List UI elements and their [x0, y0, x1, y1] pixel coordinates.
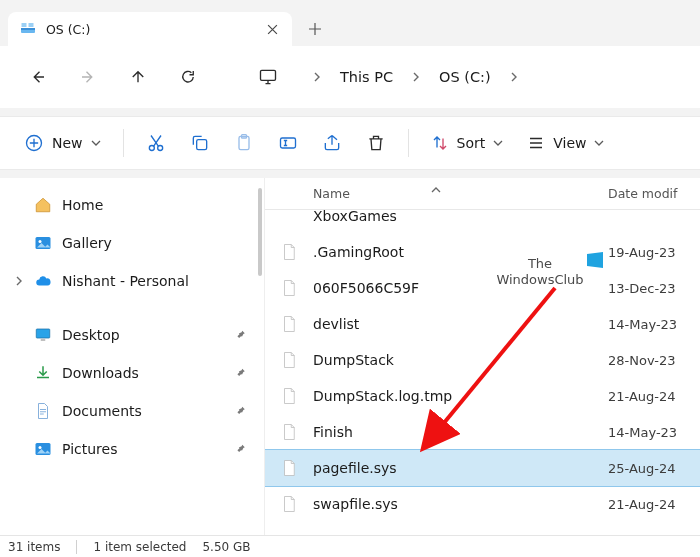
breadcrumb-os-c[interactable]: OS (C:)	[433, 65, 497, 89]
sidebar-item-label: Nishant - Personal	[62, 273, 189, 289]
sidebar-item-label: Home	[62, 197, 103, 213]
chevron-down-icon	[594, 138, 604, 148]
forward-button[interactable]	[68, 57, 108, 97]
sidebar-item-label: Pictures	[62, 441, 117, 457]
file-row[interactable]: XboxGames15-Sep-23	[265, 198, 700, 234]
main-content: Home Gallery Nishant - Personal Desktop	[0, 178, 700, 535]
sidebar-item-label: Downloads	[62, 365, 139, 381]
file-row[interactable]: DumpStack.log.tmp21-Aug-24	[265, 378, 700, 414]
column-date[interactable]: Date modif	[608, 186, 700, 201]
sort-label: Sort	[457, 135, 486, 151]
paste-button[interactable]	[224, 123, 264, 163]
windows-logo-icon	[587, 252, 603, 268]
drive-icon	[20, 21, 36, 37]
tab-os-c[interactable]: OS (C:)	[8, 12, 292, 46]
sidebar-item-downloads[interactable]: Downloads	[8, 354, 258, 392]
view-button[interactable]: View	[517, 123, 614, 163]
file-date: 21-Aug-24	[608, 389, 700, 404]
file-name: DumpStack.log.tmp	[313, 388, 608, 404]
file-date: 14-May-23	[608, 317, 700, 332]
view-label: View	[553, 135, 586, 151]
pin-icon[interactable]	[236, 367, 248, 379]
file-list-pane: Name Date modif XboxGames15-Sep-23.Gamin…	[265, 178, 700, 535]
file-date: 19-Aug-23	[608, 245, 700, 260]
pin-icon[interactable]	[236, 443, 248, 455]
svg-point-7	[157, 146, 162, 151]
pin-icon[interactable]	[236, 405, 248, 417]
share-button[interactable]	[312, 123, 352, 163]
svg-rect-3	[29, 23, 34, 27]
file-name: DumpStack	[313, 352, 608, 368]
list-icon	[527, 134, 545, 152]
delete-button[interactable]	[356, 123, 396, 163]
file-name: swapfile.sys	[313, 496, 608, 512]
up-button[interactable]	[118, 57, 158, 97]
file-row[interactable]: Finish14-May-23	[265, 414, 700, 450]
status-bar: 31 items 1 item selected 5.50 GB	[0, 535, 700, 557]
monitor-icon[interactable]	[248, 57, 288, 97]
rename-button[interactable]	[268, 123, 308, 163]
chevron-down-icon	[91, 138, 101, 148]
scrollbar-thumb[interactable]	[258, 188, 262, 276]
refresh-button[interactable]	[168, 57, 208, 97]
file-icon	[265, 386, 313, 406]
status-size: 5.50 GB	[202, 540, 250, 554]
file-name: XboxGames	[313, 208, 608, 224]
file-date: 13-Dec-23	[608, 281, 700, 296]
file-row[interactable]: pagefile.sys25-Aug-24	[265, 450, 700, 486]
pin-icon[interactable]	[236, 329, 248, 341]
cut-button[interactable]	[136, 123, 176, 163]
sort-icon	[431, 134, 449, 152]
file-date: 25-Aug-24	[608, 461, 700, 476]
file-row[interactable]: swapfile.sys21-Aug-24	[265, 486, 700, 522]
new-button[interactable]: New	[14, 123, 111, 163]
cloud-icon	[34, 272, 52, 290]
sidebar-item-documents[interactable]: Documents	[8, 392, 258, 430]
status-item-count: 31 items	[8, 540, 60, 554]
column-name[interactable]: Name	[265, 186, 608, 201]
column-name-label: Name	[313, 186, 350, 201]
pictures-icon	[34, 440, 52, 458]
svg-point-18	[39, 446, 42, 449]
chevron-right-icon[interactable]	[14, 276, 24, 286]
file-icon	[265, 314, 313, 334]
svg-point-6	[149, 146, 154, 151]
command-bar: New Sort View	[0, 116, 700, 170]
breadcrumb: This PC OS (C:)	[306, 65, 525, 89]
chevron-right-icon[interactable]	[405, 72, 427, 82]
column-date-label: Date modif	[608, 186, 677, 201]
download-icon	[34, 364, 52, 382]
sidebar-item-onedrive[interactable]: Nishant - Personal	[8, 262, 258, 300]
sidebar-item-label: Desktop	[62, 327, 120, 343]
sidebar-item-gallery[interactable]: Gallery	[8, 224, 258, 262]
svg-rect-4	[261, 70, 276, 80]
file-row[interactable]: devlist14-May-23	[265, 306, 700, 342]
file-row[interactable]: DumpStack28-Nov-23	[265, 342, 700, 378]
watermark: The WindowsClub	[475, 256, 605, 287]
breadcrumb-this-pc[interactable]: This PC	[334, 65, 399, 89]
chevron-right-icon[interactable]	[306, 72, 328, 82]
new-tab-button[interactable]	[298, 12, 332, 46]
file-icon	[265, 242, 313, 262]
sort-button[interactable]: Sort	[421, 123, 514, 163]
chevron-right-icon[interactable]	[503, 72, 525, 82]
tab-title: OS (C:)	[46, 22, 254, 37]
desktop-icon	[34, 326, 52, 344]
sidebar-item-home[interactable]: Home	[8, 186, 258, 224]
copy-button[interactable]	[180, 123, 220, 163]
svg-rect-8	[196, 140, 206, 150]
address-bar: This PC OS (C:)	[0, 46, 700, 108]
home-icon	[34, 196, 52, 214]
navigation-pane: Home Gallery Nishant - Personal Desktop	[0, 178, 265, 535]
close-icon[interactable]	[264, 21, 280, 37]
sidebar-item-desktop[interactable]: Desktop	[8, 316, 258, 354]
svg-point-13	[39, 240, 42, 243]
watermark-line1: The	[528, 256, 552, 271]
back-button[interactable]	[18, 57, 58, 97]
file-icon	[265, 458, 313, 478]
svg-rect-1	[21, 28, 35, 30]
file-name: Finish	[313, 424, 608, 440]
chevron-down-icon	[493, 138, 503, 148]
file-icon	[265, 494, 313, 514]
sidebar-item-pictures[interactable]: Pictures	[8, 430, 258, 468]
